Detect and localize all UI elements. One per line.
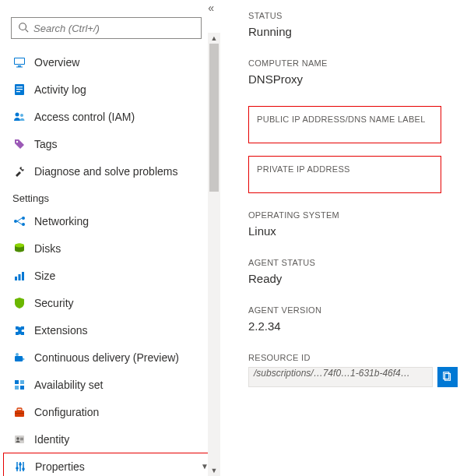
nav-label: Identity — [34, 433, 69, 446]
nav-label: Activity log — [34, 83, 86, 96]
puzzle-icon — [12, 323, 26, 337]
nav-extensions[interactable]: Extensions — [11, 316, 212, 344]
monitor-icon — [12, 55, 26, 69]
log-icon — [12, 83, 26, 97]
os-value: Linux — [248, 224, 458, 238]
svg-rect-29 — [20, 386, 24, 390]
svg-line-1 — [26, 29, 29, 32]
nav-diagnose[interactable]: Diagnose and solve problems — [11, 157, 212, 185]
private-ip-label: PRIVATE IP ADDRESS — [257, 164, 433, 174]
svg-point-41 — [19, 463, 22, 466]
svg-rect-9 — [16, 91, 20, 92]
nav-label: Networking — [34, 215, 89, 227]
svg-line-18 — [17, 221, 22, 224]
nav-label: Disks — [34, 242, 61, 255]
status-value: Running — [248, 25, 458, 38]
nav-access-control[interactable]: Access control (IAM) — [11, 103, 212, 130]
svg-point-13 — [22, 167, 24, 169]
svg-rect-3 — [15, 58, 24, 64]
nav-label: Availability set — [34, 379, 103, 391]
sidebar: « Overview Activity log — [0, 0, 220, 476]
details-pane: STATUS Running COMPUTER NAME DNSProxy PU… — [220, 0, 467, 476]
scroll-thumb[interactable] — [209, 44, 219, 192]
nav-identity[interactable]: Identity — [11, 425, 212, 453]
svg-rect-32 — [15, 413, 24, 414]
nav: Overview Activity log Access control (IA… — [11, 48, 212, 476]
nav-section-settings: Settings — [12, 192, 212, 204]
svg-point-40 — [16, 467, 19, 470]
nav-continuous-delivery[interactable]: Continuous delivery (Preview) — [11, 344, 212, 371]
scroll-up-icon[interactable]: ▲ — [208, 33, 220, 44]
computer-name-label: COMPUTER NAME — [248, 58, 458, 68]
nav-label: Continuous delivery (Preview) — [34, 351, 179, 364]
private-ip-box: PRIVATE IP ADDRESS — [248, 156, 441, 193]
svg-point-15 — [22, 217, 25, 220]
svg-rect-22 — [19, 274, 21, 280]
scroll-down-icon[interactable]: ▼ — [208, 465, 220, 476]
search-input[interactable] — [33, 23, 195, 34]
nav-activity-log[interactable]: Activity log — [11, 76, 212, 103]
status-label: STATUS — [248, 11, 458, 20]
network-icon — [12, 214, 26, 228]
search-icon — [18, 22, 29, 35]
svg-point-20 — [15, 243, 24, 247]
collapse-sidebar-button[interactable]: « — [208, 2, 214, 14]
grid-icon — [12, 378, 26, 392]
agent-status-value: Ready — [248, 272, 458, 285]
nav-label: Security — [34, 297, 74, 309]
nav-label: Access control (IAM) — [34, 111, 135, 123]
svg-rect-8 — [16, 89, 23, 90]
nav-size[interactable]: Size — [11, 262, 212, 289]
nav-disks[interactable]: Disks — [11, 234, 212, 262]
copy-button[interactable] — [437, 367, 458, 387]
svg-point-11 — [20, 114, 23, 117]
svg-point-25 — [16, 353, 19, 356]
nav-availability-set[interactable]: Availability set — [11, 371, 212, 398]
resource-id-label: RESOURCE ID — [248, 353, 458, 362]
nav-label: Size — [34, 270, 55, 282]
svg-rect-21 — [15, 277, 17, 280]
svg-rect-5 — [16, 66, 23, 67]
nav-label: Extensions — [34, 324, 87, 337]
svg-point-12 — [16, 140, 18, 142]
search-input-wrapper[interactable] — [11, 17, 202, 39]
svg-rect-35 — [20, 438, 23, 439]
copy-icon — [442, 371, 453, 384]
nav-configuration[interactable]: Configuration — [11, 398, 212, 425]
svg-rect-7 — [16, 86, 23, 87]
size-icon — [12, 269, 26, 283]
sidebar-scrollbar[interactable]: ▲ ▼ — [208, 44, 220, 476]
nav-label: Diagnose and solve problems — [34, 165, 177, 178]
nav-label: Tags — [34, 138, 58, 150]
svg-point-34 — [16, 437, 19, 440]
svg-rect-24 — [15, 356, 23, 361]
agent-version-label: AGENT VERSION — [248, 305, 458, 315]
svg-point-0 — [19, 23, 26, 30]
svg-point-16 — [22, 223, 25, 226]
svg-rect-36 — [20, 439, 23, 440]
nav-networking[interactable]: Networking — [11, 207, 212, 234]
computer-name-value: DNSProxy — [248, 72, 458, 86]
svg-point-42 — [22, 467, 25, 471]
resource-id-value[interactable]: /subscriptions/…74f0…1-631b-46f4… — [248, 367, 433, 387]
svg-rect-4 — [18, 65, 21, 67]
svg-point-14 — [14, 220, 17, 223]
nav-label: Configuration — [34, 406, 99, 418]
nav-tags[interactable]: Tags — [11, 130, 212, 157]
tools-icon — [12, 164, 26, 178]
svg-line-17 — [17, 218, 22, 221]
agent-status-label: AGENT STATUS — [248, 258, 458, 267]
sliders-icon — [13, 460, 27, 474]
rocket-icon — [12, 351, 26, 365]
os-label: OPERATING SYSTEM — [248, 210, 458, 220]
people-icon — [12, 110, 26, 124]
tag-icon — [12, 137, 26, 151]
nav-overview[interactable]: Overview — [11, 48, 212, 76]
nav-security[interactable]: Security — [11, 289, 212, 316]
toolbox-icon — [12, 405, 26, 419]
agent-version-value: 2.2.34 — [248, 319, 458, 333]
identity-icon — [12, 432, 26, 446]
nav-properties[interactable]: Properties ▼ — [3, 453, 217, 476]
svg-rect-31 — [17, 408, 22, 411]
svg-rect-27 — [20, 380, 24, 384]
